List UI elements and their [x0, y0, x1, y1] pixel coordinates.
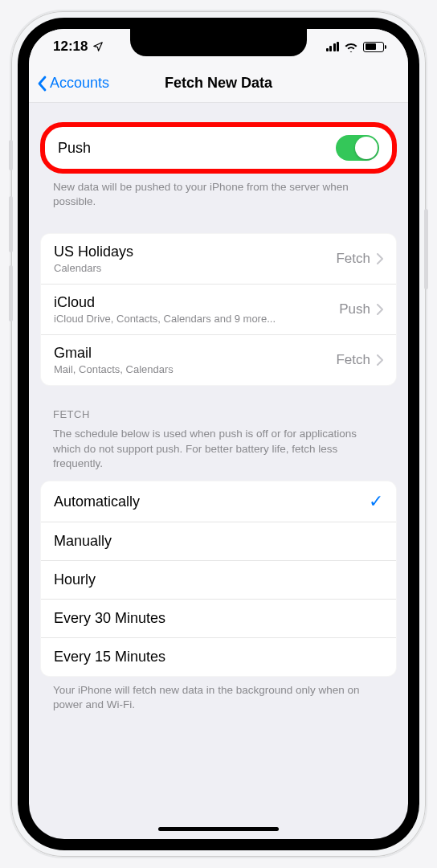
back-button[interactable]: Accounts	[37, 64, 109, 102]
chevron-right-icon	[377, 253, 383, 264]
device-bezel: 12:18 Accoun	[18, 18, 419, 850]
push-row-highlight: Push	[40, 122, 397, 174]
push-label: Push	[58, 140, 91, 157]
checkmark-icon: ✓	[369, 491, 383, 512]
fetch-footer: Your iPhone will fetch new data in the b…	[40, 677, 397, 712]
account-detail: iCloud Drive, Contacts, Calendars and 9 …	[54, 313, 276, 325]
fetch-option-label: Manually	[54, 533, 112, 550]
account-mode: Fetch	[336, 352, 370, 368]
location-icon	[92, 41, 104, 52]
side-button	[9, 265, 13, 321]
account-name: iCloud	[54, 294, 276, 311]
push-toggle[interactable]	[336, 135, 379, 161]
account-detail: Calendars	[54, 262, 133, 274]
push-toggle-row[interactable]: Push	[45, 127, 392, 169]
fetch-option[interactable]: Every 30 Minutes	[41, 599, 396, 637]
fetch-header: FETCH	[40, 386, 397, 427]
home-indicator[interactable]	[158, 827, 279, 831]
device-frame: 12:18 Accoun	[10, 10, 427, 858]
fetch-option-label: Every 30 Minutes	[54, 610, 165, 627]
side-button	[9, 140, 13, 170]
back-label: Accounts	[50, 75, 109, 92]
account-row[interactable]: iCloud iCloud Drive, Contacts, Calendars…	[41, 284, 396, 334]
fetch-options: Automatically ✓ Manually Hourly Every 30…	[40, 481, 397, 677]
notch	[130, 29, 307, 56]
fetch-option[interactable]: Hourly	[41, 560, 396, 599]
account-name: Gmail	[54, 345, 174, 362]
fetch-option-label: Hourly	[54, 571, 96, 588]
status-time: 12:18	[53, 39, 88, 55]
chevron-left-icon	[37, 76, 47, 92]
fetch-option[interactable]: Automatically ✓	[41, 481, 396, 522]
push-caption: New data will be pushed to your iPhone f…	[40, 174, 397, 209]
account-mode: Push	[339, 301, 370, 317]
wifi-icon	[344, 41, 358, 52]
account-row[interactable]: Gmail Mail, Contacts, Calendars Fetch	[41, 334, 396, 385]
page-title: Fetch New Data	[165, 75, 272, 92]
fetch-caption: The schedule below is used when push is …	[40, 427, 397, 481]
account-detail: Mail, Contacts, Calendars	[54, 363, 174, 375]
nav-bar: Accounts Fetch New Data	[29, 64, 408, 103]
accounts-list: US Holidays Calendars Fetch iCloud	[40, 233, 397, 386]
account-row[interactable]: US Holidays Calendars Fetch	[41, 234, 396, 284]
cellular-icon	[326, 42, 340, 51]
side-button	[424, 209, 428, 289]
fetch-option-label: Every 15 Minutes	[54, 649, 165, 665]
content: Push New data will be pushed to your iPh…	[29, 103, 408, 839]
battery-icon	[363, 42, 384, 52]
chevron-right-icon	[377, 354, 383, 366]
fetch-option-label: Automatically	[54, 493, 140, 510]
chevron-right-icon	[377, 304, 383, 315]
account-name: US Holidays	[54, 244, 133, 260]
fetch-option[interactable]: Every 15 Minutes	[41, 637, 396, 676]
account-mode: Fetch	[336, 251, 370, 267]
side-button	[9, 196, 13, 252]
screen: 12:18 Accoun	[29, 29, 408, 839]
fetch-option[interactable]: Manually	[41, 522, 396, 560]
